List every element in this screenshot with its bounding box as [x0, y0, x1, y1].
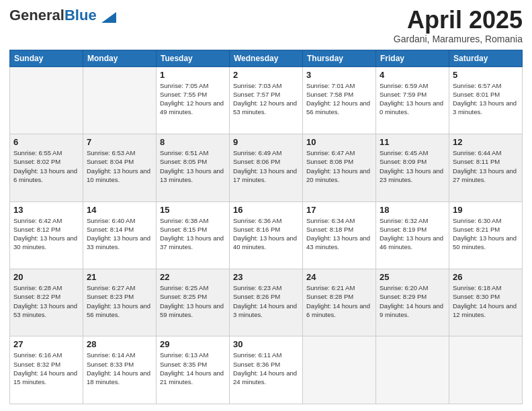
day-number: 15 — [160, 205, 226, 215]
day-info: Sunrise: 6:36 AMSunset: 8:16 PMDaylight:… — [233, 216, 299, 252]
weekday-header-thursday: Thursday — [303, 50, 376, 66]
day-info: Sunrise: 6:53 AMSunset: 8:04 PMDaylight:… — [87, 148, 152, 184]
day-number: 19 — [453, 205, 519, 215]
calendar-day-cell: 5Sunrise: 6:57 AMSunset: 8:01 PMDaylight… — [449, 66, 523, 134]
day-number: 16 — [233, 205, 299, 215]
calendar-day-cell: 18Sunrise: 6:32 AMSunset: 8:19 PMDayligh… — [376, 201, 449, 269]
weekday-header-sunday: Sunday — [10, 50, 83, 66]
day-info: Sunrise: 6:21 AMSunset: 8:28 PMDaylight:… — [306, 283, 372, 319]
day-info: Sunrise: 6:38 AMSunset: 8:15 PMDaylight:… — [160, 216, 226, 252]
day-number: 17 — [306, 205, 372, 215]
calendar-day-cell: 8Sunrise: 6:51 AMSunset: 8:05 PMDaylight… — [157, 134, 230, 201]
day-number: 21 — [87, 272, 152, 282]
calendar-day-cell: 9Sunrise: 6:49 AMSunset: 8:06 PMDaylight… — [230, 134, 303, 201]
calendar-week-row: 20Sunrise: 6:28 AMSunset: 8:22 PMDayligh… — [10, 269, 523, 336]
logo-icon — [101, 12, 116, 23]
calendar-day-cell: 29Sunrise: 6:13 AMSunset: 8:35 PMDayligh… — [157, 336, 230, 404]
day-info: Sunrise: 6:45 AMSunset: 8:09 PMDaylight:… — [380, 148, 445, 184]
weekday-header-monday: Monday — [83, 50, 157, 66]
day-number: 18 — [380, 205, 445, 215]
weekday-header-friday: Friday — [376, 50, 449, 66]
day-info: Sunrise: 6:30 AMSunset: 8:21 PMDaylight:… — [453, 216, 519, 252]
day-info: Sunrise: 6:49 AMSunset: 8:06 PMDaylight:… — [233, 148, 299, 184]
day-number: 2 — [233, 70, 299, 80]
calendar-day-cell: 23Sunrise: 6:23 AMSunset: 8:26 PMDayligh… — [230, 269, 303, 336]
calendar-day-cell — [10, 66, 83, 134]
day-number: 12 — [453, 137, 519, 147]
day-number: 28 — [87, 339, 152, 349]
day-number: 25 — [380, 272, 445, 282]
day-info: Sunrise: 7:01 AMSunset: 7:58 PMDaylight:… — [306, 81, 372, 117]
calendar-day-cell: 17Sunrise: 6:34 AMSunset: 8:18 PMDayligh… — [303, 201, 376, 269]
page-header: GeneralBlue April 2025 Gardani, Maramure… — [9, 7, 523, 44]
calendar-day-cell: 15Sunrise: 6:38 AMSunset: 8:15 PMDayligh… — [157, 201, 230, 269]
calendar-day-cell: 3Sunrise: 7:01 AMSunset: 7:58 PMDaylight… — [303, 66, 376, 134]
day-number: 9 — [233, 137, 299, 147]
calendar-day-cell: 30Sunrise: 6:11 AMSunset: 8:36 PMDayligh… — [230, 336, 303, 404]
day-info: Sunrise: 7:05 AMSunset: 7:55 PMDaylight:… — [160, 81, 226, 117]
day-info: Sunrise: 7:03 AMSunset: 7:57 PMDaylight:… — [233, 81, 299, 117]
day-number: 22 — [160, 272, 226, 282]
calendar-day-cell: 26Sunrise: 6:18 AMSunset: 8:30 PMDayligh… — [449, 269, 523, 336]
day-number: 11 — [380, 137, 445, 147]
calendar-week-row: 1Sunrise: 7:05 AMSunset: 7:55 PMDaylight… — [10, 66, 523, 134]
calendar-day-cell — [303, 336, 376, 404]
calendar-week-row: 6Sunrise: 6:55 AMSunset: 8:02 PMDaylight… — [10, 134, 523, 201]
calendar-day-cell: 28Sunrise: 6:14 AMSunset: 8:33 PMDayligh… — [83, 336, 157, 404]
calendar-day-cell: 20Sunrise: 6:28 AMSunset: 8:22 PMDayligh… — [10, 269, 83, 336]
svg-marker-0 — [101, 12, 116, 23]
day-info: Sunrise: 6:32 AMSunset: 8:19 PMDaylight:… — [380, 216, 445, 252]
calendar-day-cell — [83, 66, 157, 134]
day-info: Sunrise: 6:55 AMSunset: 8:02 PMDaylight:… — [13, 148, 79, 184]
calendar-day-cell: 16Sunrise: 6:36 AMSunset: 8:16 PMDayligh… — [230, 201, 303, 269]
logo-general: General — [9, 7, 64, 24]
day-info: Sunrise: 6:51 AMSunset: 8:05 PMDaylight:… — [160, 148, 226, 184]
day-info: Sunrise: 6:44 AMSunset: 8:11 PMDaylight:… — [453, 148, 519, 184]
calendar-day-cell: 27Sunrise: 6:16 AMSunset: 8:32 PMDayligh… — [10, 336, 83, 404]
calendar-day-cell: 21Sunrise: 6:27 AMSunset: 8:23 PMDayligh… — [83, 269, 157, 336]
day-info: Sunrise: 6:11 AMSunset: 8:36 PMDaylight:… — [233, 351, 299, 386]
weekday-header-tuesday: Tuesday — [157, 50, 230, 66]
day-number: 27 — [13, 339, 79, 349]
calendar-week-row: 13Sunrise: 6:42 AMSunset: 8:12 PMDayligh… — [10, 201, 523, 269]
day-number: 30 — [233, 339, 299, 349]
calendar-day-cell: 13Sunrise: 6:42 AMSunset: 8:12 PMDayligh… — [10, 201, 83, 269]
day-number: 6 — [13, 137, 79, 147]
calendar-day-cell: 6Sunrise: 6:55 AMSunset: 8:02 PMDaylight… — [10, 134, 83, 201]
calendar-table: SundayMondayTuesdayWednesdayThursdayFrid… — [9, 50, 523, 404]
day-info: Sunrise: 6:47 AMSunset: 8:08 PMDaylight:… — [306, 148, 372, 184]
weekday-header-row: SundayMondayTuesdayWednesdayThursdayFrid… — [10, 50, 523, 66]
day-number: 1 — [160, 70, 226, 80]
calendar-day-cell: 19Sunrise: 6:30 AMSunset: 8:21 PMDayligh… — [449, 201, 523, 269]
day-info: Sunrise: 6:25 AMSunset: 8:25 PMDaylight:… — [160, 283, 226, 319]
day-number: 7 — [87, 137, 152, 147]
calendar-day-cell: 24Sunrise: 6:21 AMSunset: 8:28 PMDayligh… — [303, 269, 376, 336]
day-info: Sunrise: 6:59 AMSunset: 7:59 PMDaylight:… — [380, 81, 445, 117]
day-number: 13 — [13, 205, 79, 215]
day-info: Sunrise: 6:23 AMSunset: 8:26 PMDaylight:… — [233, 283, 299, 319]
calendar-day-cell: 4Sunrise: 6:59 AMSunset: 7:59 PMDaylight… — [376, 66, 449, 134]
calendar-day-cell: 25Sunrise: 6:20 AMSunset: 8:29 PMDayligh… — [376, 269, 449, 336]
weekday-header-saturday: Saturday — [449, 50, 523, 66]
day-number: 10 — [306, 137, 372, 147]
calendar-day-cell: 7Sunrise: 6:53 AMSunset: 8:04 PMDaylight… — [83, 134, 157, 201]
weekday-header-wednesday: Wednesday — [230, 50, 303, 66]
logo: GeneralBlue — [9, 7, 116, 24]
title-block: April 2025 Gardani, Maramures, Romania — [394, 7, 523, 44]
day-number: 26 — [453, 272, 519, 282]
day-number: 8 — [160, 137, 226, 147]
day-info: Sunrise: 6:57 AMSunset: 8:01 PMDaylight:… — [453, 81, 519, 117]
day-number: 24 — [306, 272, 372, 282]
calendar-week-row: 27Sunrise: 6:16 AMSunset: 8:32 PMDayligh… — [10, 336, 523, 404]
day-info: Sunrise: 6:20 AMSunset: 8:29 PMDaylight:… — [380, 283, 445, 319]
day-info: Sunrise: 6:16 AMSunset: 8:32 PMDaylight:… — [13, 351, 79, 386]
calendar-day-cell: 11Sunrise: 6:45 AMSunset: 8:09 PMDayligh… — [376, 134, 449, 201]
calendar-day-cell: 14Sunrise: 6:40 AMSunset: 8:14 PMDayligh… — [83, 201, 157, 269]
month-title: April 2025 — [394, 7, 523, 34]
calendar-day-cell — [376, 336, 449, 404]
calendar-day-cell: 22Sunrise: 6:25 AMSunset: 8:25 PMDayligh… — [157, 269, 230, 336]
day-number: 20 — [13, 272, 79, 282]
day-info: Sunrise: 6:28 AMSunset: 8:22 PMDaylight:… — [13, 283, 79, 319]
logo-text: GeneralBlue — [9, 7, 116, 24]
day-info: Sunrise: 6:34 AMSunset: 8:18 PMDaylight:… — [306, 216, 372, 252]
